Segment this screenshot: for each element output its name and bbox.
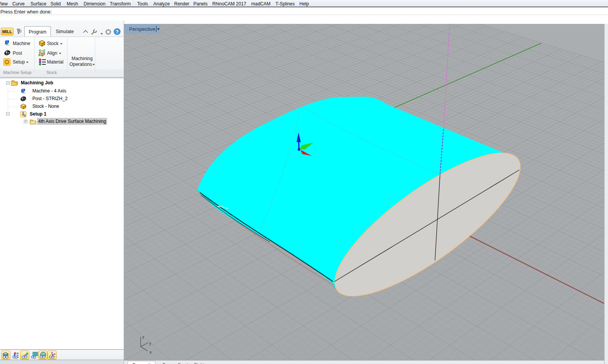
svg-text:z: z bbox=[142, 335, 144, 339]
svg-text:Perspective: Perspective bbox=[129, 26, 155, 32]
svg-text:y: y bbox=[149, 341, 151, 346]
svg-text:?: ? bbox=[116, 29, 118, 35]
svg-text:x: x bbox=[149, 350, 152, 354]
